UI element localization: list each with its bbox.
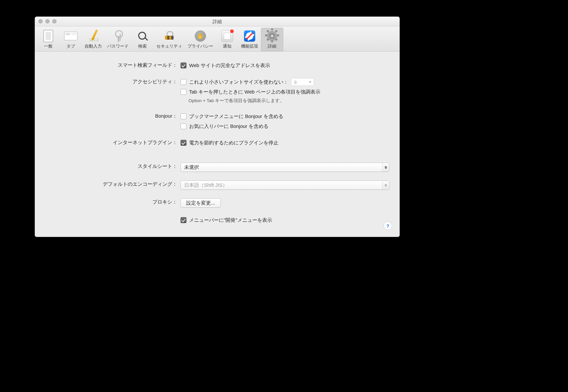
help-button[interactable]: ? — [384, 221, 392, 230]
row-plugins: インターネットプラグイン： 電力を節約するためにプラグインを停止 — [45, 139, 389, 147]
tab-label: セキュリティ — [156, 44, 182, 49]
content-pane: スマート検索フィールド： Web サイトの完全なアドレスを表示 アクセシビリティ… — [35, 52, 399, 237]
checkbox-tab-highlight[interactable]: Tab キーを押したときに Web ページ上の各項目を強調表示 — [181, 88, 389, 96]
search-icon — [136, 29, 149, 43]
label-plugins: インターネットプラグイン： — [45, 139, 181, 146]
tab-autofill[interactable]: 自動入力 — [82, 28, 104, 51]
label-proxy: プロキシ： — [45, 198, 181, 205]
label-stylesheet: スタイルシート： — [45, 163, 181, 170]
tab-label: 機能拡張 — [241, 44, 258, 49]
autofill-icon — [86, 29, 100, 43]
chevron-updown-icon — [382, 181, 389, 189]
extension-icon — [243, 29, 257, 43]
checkbox-plugin-power-saver[interactable]: 電力を節約するためにプラグインを停止 — [181, 139, 389, 147]
row-encoding: デフォルトのエンコーディング： 日本語（Shift JIS） — [45, 180, 389, 190]
zoom-button[interactable] — [52, 19, 57, 23]
row-develop-menu: メニューバーに"開発"メニューを表示 — [45, 216, 389, 224]
checkbox-icon — [181, 62, 186, 68]
minimize-button[interactable] — [45, 19, 50, 23]
row-accessibility: アクセシビリティ： これより小さいフォントサイズを使わない： 9 Tab キーを… — [45, 78, 389, 104]
checkbox-icon — [181, 113, 186, 119]
popup-value: 未選択 — [184, 164, 199, 171]
checkbox-label: 電力を節約するためにプラグインを停止 — [189, 140, 278, 146]
checkbox-icon — [181, 140, 186, 146]
key-icon — [111, 29, 125, 43]
tab-passwords[interactable]: パスワード — [104, 28, 131, 51]
checkbox-label: これより小さいフォントサイズを使わない： — [189, 79, 288, 85]
tab-search[interactable]: 検索 — [131, 28, 154, 51]
tab-label: 一般 — [44, 44, 53, 49]
tab-privacy[interactable]: ✋ プライバシー — [185, 28, 216, 51]
font-size-stepper[interactable]: 9 — [291, 78, 314, 86]
tab-security[interactable]: セキュリティ — [154, 28, 185, 51]
row-smart-search: スマート検索フィールド： Web サイトの完全なアドレスを表示 — [45, 61, 389, 69]
tab-label: タブ — [66, 44, 75, 49]
chevron-updown-icon — [382, 163, 389, 172]
checkbox-label: お気に入りバーに Bonjour を含める — [189, 123, 268, 130]
tab-highlight-hint: Option + Tab キーで各項目を強調表示します。 — [188, 98, 389, 104]
label-smart-search: スマート検索フィールド： — [45, 61, 181, 68]
tab-label: プライバシー — [187, 44, 213, 49]
change-proxy-button[interactable]: 設定を変更... — [181, 198, 221, 208]
checkbox-show-full-address[interactable]: Web サイトの完全なアドレスを表示 — [181, 61, 389, 69]
checkbox-icon — [181, 217, 186, 223]
label-encoding: デフォルトのエンコーディング： — [45, 180, 181, 187]
tab-notifications[interactable]: 通知 — [216, 28, 238, 51]
checkbox-label: Tab キーを押したときに Web ページ上の各項目を強調表示 — [189, 89, 320, 95]
tab-label: 自動入力 — [85, 44, 102, 49]
notification-icon — [220, 29, 234, 43]
general-icon — [41, 29, 55, 43]
font-size-value: 9 — [294, 79, 297, 85]
titlebar: 詳細 — [35, 17, 399, 26]
label-accessibility: アクセシビリティ： — [45, 78, 181, 85]
encoding-popup[interactable]: 日本語（Shift JIS） — [181, 180, 389, 190]
tab-label: 詳細 — [268, 44, 276, 49]
help-icon: ? — [386, 223, 389, 229]
checkbox-icon — [181, 123, 186, 129]
tab-tabs[interactable]: タブ — [60, 28, 82, 51]
tab-extensions[interactable]: 機能拡張 — [238, 28, 261, 51]
checkbox-label: メニューバーに"開発"メニューを表示 — [189, 217, 272, 223]
checkbox-bonjour-bookmarks[interactable]: ブックマークメニューに Bonjour を含める — [181, 112, 389, 120]
checkbox-icon — [181, 89, 186, 95]
stylesheet-popup[interactable]: 未選択 — [181, 163, 389, 172]
checkbox-label: ブックマークメニューに Bonjour を含める — [189, 113, 283, 120]
hand-icon: ✋ — [193, 29, 207, 43]
preferences-window: 詳細 一般 タブ 自動入力 パスワード 検索 セキュリティ ✋ プライバシー — [35, 17, 400, 237]
tab-label: パスワード — [107, 44, 129, 49]
label-bonjour: Bonjour： — [45, 112, 181, 119]
pref-toolbar: 一般 タブ 自動入力 パスワード 検索 セキュリティ ✋ プライバシー 通知 — [35, 26, 399, 52]
tab-label: 通知 — [223, 44, 231, 49]
checkbox-label: Web サイトの完全なアドレスを表示 — [189, 62, 270, 69]
row-proxy: プロキシ： 設定を変更... — [45, 198, 389, 208]
window-controls — [38, 19, 57, 23]
lock-icon — [162, 29, 176, 43]
tab-general[interactable]: 一般 — [37, 28, 60, 51]
checkbox-develop-menu[interactable]: メニューバーに"開発"メニューを表示 — [181, 216, 389, 224]
tab-advanced[interactable]: 詳細 — [261, 28, 283, 51]
checkbox-bonjour-favorites[interactable]: お気に入りバーに Bonjour を含める — [181, 122, 389, 130]
close-button[interactable] — [38, 19, 43, 23]
popup-value: 日本語（Shift JIS） — [184, 182, 227, 188]
checkbox-min-font[interactable]: これより小さいフォントサイズを使わない： 9 — [181, 78, 389, 86]
row-bonjour: Bonjour： ブックマークメニューに Bonjour を含める お気に入りバ… — [45, 112, 389, 130]
tab-label: 検索 — [138, 44, 147, 49]
window-title: 詳細 — [213, 19, 222, 24]
button-label: 設定を変更... — [186, 200, 215, 206]
checkbox-icon — [181, 79, 186, 85]
tabs-icon — [64, 29, 78, 43]
gear-icon — [265, 29, 279, 43]
row-stylesheet: スタイルシート： 未選択 — [45, 163, 389, 172]
